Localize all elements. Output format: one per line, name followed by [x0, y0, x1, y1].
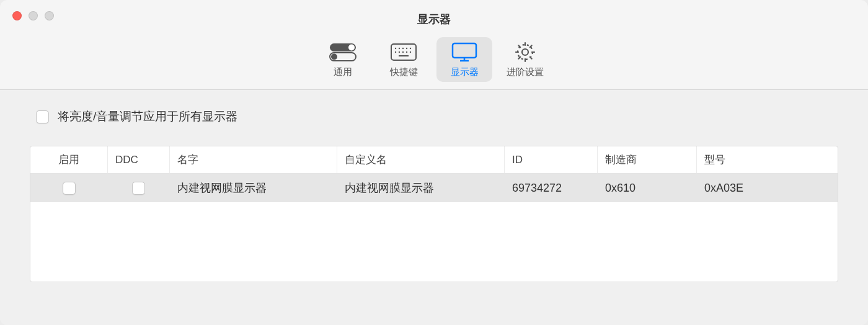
cell-mfg: 0x610 — [598, 174, 697, 202]
th-ddc[interactable]: DDC — [108, 146, 170, 173]
apply-all-checkbox-row: 将亮度/音量调节应用于所有显示器 — [30, 109, 838, 125]
cell-id: 69734272 — [505, 174, 598, 202]
svg-point-12 — [402, 51, 404, 52]
svg-point-11 — [399, 51, 400, 52]
svg-rect-16 — [453, 43, 476, 58]
svg-point-10 — [395, 51, 396, 52]
cell-custom: 内建视网膜显示器 — [337, 174, 505, 202]
svg-point-9 — [410, 47, 411, 48]
tab-label: 显示器 — [451, 66, 479, 78]
cell-model: 0xA03E — [697, 174, 838, 202]
cell-name: 内建视网膜显示器 — [170, 174, 337, 202]
toggle-icon — [329, 42, 356, 63]
cell-enable — [30, 174, 108, 202]
th-model[interactable]: 型号 — [697, 146, 838, 173]
svg-point-1 — [348, 44, 355, 50]
tab-label: 进阶设置 — [507, 66, 544, 78]
minimize-button[interactable] — [29, 11, 38, 20]
tab-label: 通用 — [334, 66, 352, 78]
content-pane: 将亮度/音量调节应用于所有显示器 启用 DDC 名字 自定义名 ID 制造商 型… — [0, 90, 868, 325]
keyboard-icon — [390, 42, 417, 63]
apply-all-checkbox[interactable] — [36, 110, 49, 123]
toolbar: 通用 快捷键 — [0, 31, 868, 90]
monitor-icon — [451, 42, 478, 63]
cell-ddc — [108, 174, 170, 202]
th-name[interactable]: 名字 — [170, 146, 337, 173]
svg-point-13 — [406, 51, 407, 52]
svg-point-6 — [399, 47, 400, 48]
svg-point-8 — [406, 47, 407, 48]
maximize-button[interactable] — [45, 11, 54, 20]
tab-shortcut[interactable]: 快捷键 — [376, 37, 432, 82]
tab-label: 快捷键 — [390, 66, 418, 78]
displays-table: 启用 DDC 名字 自定义名 ID 制造商 型号 内建视网膜显示器 内建视网膜显… — [30, 146, 838, 282]
row-enable-checkbox[interactable] — [63, 182, 76, 195]
th-mfg[interactable]: 制造商 — [598, 146, 697, 173]
tab-display[interactable]: 显示器 — [436, 37, 492, 82]
tab-advanced[interactable]: 进阶设置 — [497, 37, 553, 82]
th-id[interactable]: ID — [505, 146, 598, 173]
close-button[interactable] — [12, 11, 22, 20]
preferences-window: 显示器 通用 — [0, 0, 868, 325]
th-custom[interactable]: 自定义名 — [337, 146, 505, 173]
traffic-lights — [12, 11, 54, 20]
window-title: 显示器 — [12, 4, 856, 27]
titlebar: 显示器 — [0, 0, 868, 31]
row-ddc-checkbox[interactable] — [132, 182, 145, 195]
apply-all-label: 将亮度/音量调节应用于所有显示器 — [58, 109, 237, 125]
svg-point-7 — [402, 47, 404, 48]
svg-point-3 — [331, 53, 337, 60]
table-row[interactable]: 内建视网膜显示器 内建视网膜显示器 69734272 0x610 0xA03E — [30, 174, 838, 202]
th-enable[interactable]: 启用 — [30, 146, 108, 173]
svg-point-19 — [522, 49, 528, 55]
gear-icon — [514, 42, 536, 63]
svg-point-14 — [410, 51, 411, 52]
svg-point-5 — [395, 47, 396, 48]
tab-general[interactable]: 通用 — [315, 37, 371, 82]
table-header: 启用 DDC 名字 自定义名 ID 制造商 型号 — [30, 146, 838, 174]
